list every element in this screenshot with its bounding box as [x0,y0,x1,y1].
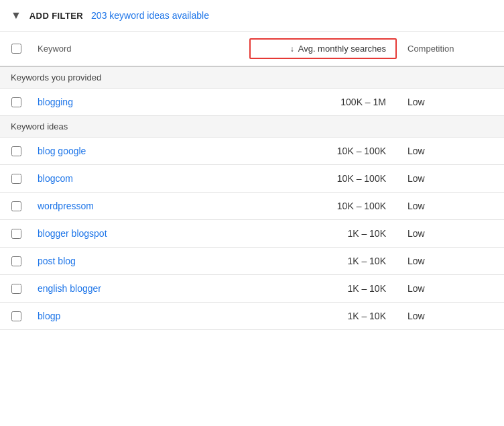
row-avg-searches: 1K – 10K [249,228,397,239]
table-row: english blogger1K – 10KLow [0,275,504,303]
table-row: blogging100K – 1MLow [0,89,504,116]
row-keyword[interactable]: blogcom [32,173,249,184]
row-checkbox[interactable] [11,229,21,239]
row-competition: Low [397,173,504,184]
table-row: blogger blogspot1K – 10KLow [0,220,504,248]
top-bar: ▼ ADD FILTER 203 keyword ideas available [0,0,504,32]
row-checkbox-cell[interactable] [0,311,32,321]
avg-searches-column-header[interactable]: ↓ Avg. monthly searches [249,38,397,59]
row-keyword[interactable]: blogp [32,311,249,321]
row-avg-searches: 1K – 10K [249,283,397,294]
section-header: Keywords you provided [0,67,504,89]
table-header: Keyword ↓ Avg. monthly searches Competit… [0,32,504,67]
row-checkbox-cell[interactable] [0,97,32,107]
row-avg-searches: 100K – 1M [249,97,397,107]
avg-searches-label: Avg. monthly searches [298,44,386,54]
row-avg-searches: 1K – 10K [249,311,397,321]
row-avg-searches: 10K – 100K [249,173,397,184]
table-body: Keywords you providedblogging100K – 1MLo… [0,67,504,330]
row-competition: Low [397,146,504,156]
select-all-input[interactable] [11,44,21,54]
table-row: wordpressom10K – 100KLow [0,193,504,220]
row-checkbox[interactable] [11,256,21,266]
row-competition: Low [397,201,504,211]
row-checkbox[interactable] [11,174,21,184]
add-filter-label[interactable]: ADD FILTER [29,11,83,21]
keyword-column-header: Keyword [32,44,249,54]
row-checkbox[interactable] [11,284,21,294]
row-checkbox[interactable] [11,311,21,321]
row-competition: Low [397,311,504,321]
row-keyword[interactable]: blogging [32,97,249,107]
table-row: post blog1K – 10KLow [0,248,504,275]
competition-column-header: Competition [397,44,504,54]
row-avg-searches: 10K – 100K [249,201,397,211]
row-checkbox[interactable] [11,97,21,107]
row-checkbox-cell[interactable] [0,201,32,211]
row-competition: Low [397,97,504,107]
row-competition: Low [397,228,504,239]
row-checkbox-cell[interactable] [0,284,32,294]
table-row: blog google10K – 100KLow [0,138,504,165]
row-checkbox-cell[interactable] [0,256,32,266]
section-header: Keyword ideas [0,116,504,138]
select-all-checkbox[interactable] [0,44,32,54]
keyword-count: 203 keyword ideas available [91,10,209,21]
keyword-table: Keyword ↓ Avg. monthly searches Competit… [0,32,504,330]
row-checkbox-cell[interactable] [0,146,32,156]
row-competition: Low [397,256,504,266]
row-checkbox-cell[interactable] [0,229,32,239]
row-keyword[interactable]: blogger blogspot [32,228,249,239]
row-avg-searches: 10K – 100K [249,146,397,156]
filter-icon: ▼ [11,9,21,21]
row-competition: Low [397,283,504,294]
row-checkbox[interactable] [11,146,21,156]
sort-arrow-icon: ↓ [290,44,294,54]
row-checkbox[interactable] [11,201,21,211]
row-avg-searches: 1K – 10K [249,256,397,266]
row-keyword[interactable]: blog google [32,146,249,156]
row-keyword[interactable]: wordpressom [32,201,249,211]
row-keyword[interactable]: english blogger [32,283,249,294]
row-keyword[interactable]: post blog [32,256,249,266]
table-row: blogcom10K – 100KLow [0,165,504,193]
row-checkbox-cell[interactable] [0,174,32,184]
table-row: blogp1K – 10KLow [0,303,504,330]
